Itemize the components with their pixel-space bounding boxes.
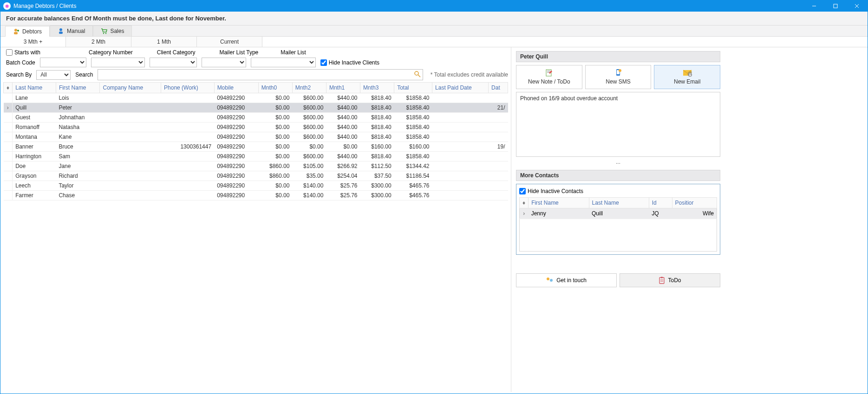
cell-company: [100, 171, 161, 181]
mailer-list-type-select[interactable]: [202, 58, 246, 67]
table-row[interactable]: FarmerChase094892290$0.00$140.00$25.76$3…: [4, 191, 508, 200]
col-first-name[interactable]: First Name: [56, 83, 100, 93]
search-by-select[interactable]: All: [36, 70, 71, 80]
col-position[interactable]: Positior: [672, 198, 717, 208]
cell-phone: [161, 152, 215, 161]
col-last-name[interactable]: Last Name: [13, 83, 56, 93]
table-row[interactable]: GraysonRichard094892290$860.00$35.00$254…: [4, 171, 508, 181]
cell-last: Farmer: [13, 191, 56, 200]
hide-inactive-clients-label: Hide Inactive Clients: [329, 59, 379, 66]
cell-mobile: 094892290: [214, 171, 258, 181]
cell-m2: $140.00: [292, 191, 326, 200]
notes-textarea[interactable]: Phoned on 16/9 about overdue account: [516, 92, 720, 157]
table-row[interactable]: DoeJane094892290$860.00$105.00$266.92$11…: [4, 161, 508, 171]
col-phone-work[interactable]: Phone (Work): [161, 83, 215, 93]
cell-m2: $0.00: [292, 142, 326, 152]
col-mnth0[interactable]: Mnth0: [258, 83, 292, 93]
svg-point-19: [619, 69, 621, 72]
table-row[interactable]: BannerBruce1300361447094892290$0.00$0.00…: [4, 142, 508, 152]
category-number-select[interactable]: [91, 58, 145, 67]
cell-dat: [489, 171, 508, 181]
col-total[interactable]: Total: [394, 83, 432, 93]
subtab-current[interactable]: Current: [197, 37, 262, 47]
batch-code-select[interactable]: [40, 58, 86, 67]
search-input[interactable]: [98, 69, 423, 80]
close-button[interactable]: [846, 0, 868, 12]
table-row[interactable]: LeechTaylor094892290$0.00$140.00$25.76$3…: [4, 181, 508, 191]
client-category-select[interactable]: [150, 58, 197, 67]
col-dat[interactable]: Dat: [489, 83, 508, 93]
subtab-2mth[interactable]: 2 Mth: [66, 37, 131, 47]
new-note-button[interactable]: New Note / ToDo: [516, 65, 582, 89]
hide-inactive-clients-checkbox[interactable]: Hide Inactive Clients: [320, 59, 379, 66]
cell-last: Quill: [589, 208, 649, 219]
expand-ellipsis[interactable]: ...: [516, 159, 720, 165]
row-indicator: [4, 132, 13, 142]
col-mobile[interactable]: Mobile: [214, 83, 258, 93]
col-first-name[interactable]: First Name: [529, 198, 589, 208]
col-company[interactable]: Company Name: [100, 83, 161, 93]
table-row[interactable]: HarringtonSam094892290$0.00$600.00$440.0…: [4, 152, 508, 161]
table-row[interactable]: MontanaKane094892290$0.00$600.00$440.00$…: [4, 132, 508, 142]
col-mnth1[interactable]: Mnth1: [326, 83, 360, 93]
maximize-button[interactable]: [825, 0, 846, 12]
cell-lpd: [432, 171, 489, 181]
table-row[interactable]: RomanoffNatasha094892290$0.00$600.00$440…: [4, 123, 508, 132]
contacts-grid: ♦ First Name Last Name Id Positior › Jen…: [519, 197, 717, 219]
col-mnth2[interactable]: Mnth2: [292, 83, 326, 93]
cell-m0: $0.00: [258, 93, 292, 103]
table-row[interactable]: GuestJohnathan094892290$0.00$600.00$440.…: [4, 113, 508, 123]
cell-last: Doe: [13, 161, 56, 171]
col-id[interactable]: Id: [649, 198, 672, 208]
cell-last: Quill: [13, 103, 56, 113]
table-row[interactable]: ›QuillPeter094892290$0.00$600.00$440.00$…: [4, 103, 508, 113]
row-indicator: [4, 171, 13, 181]
cell-mobile: 094892290: [214, 181, 258, 191]
col-last-name[interactable]: Last Name: [589, 198, 649, 208]
cell-company: [100, 123, 161, 132]
row-indicator: [4, 152, 13, 161]
starts-with-checkbox[interactable]: Starts with: [6, 49, 40, 56]
svg-point-4: [14, 29, 17, 32]
new-email-button[interactable]: @ New Email: [654, 65, 720, 89]
cell-first: Richard: [56, 171, 100, 181]
mailer-list-select[interactable]: [251, 58, 316, 67]
row-indicator: [4, 113, 13, 123]
row-selector-header[interactable]: ♦: [520, 198, 529, 208]
tab-sales[interactable]: Sales: [93, 26, 132, 36]
btn-label: ToDo: [668, 277, 681, 284]
contacts-panel: Hide Inactive Contacts ♦ First Name Last…: [516, 184, 720, 255]
more-contacts-header: More Contacts: [516, 170, 720, 181]
todo-button[interactable]: ToDo: [620, 273, 720, 287]
cell-last: Lane: [13, 93, 56, 103]
col-mnth3[interactable]: Mnth3: [360, 83, 394, 93]
debtors-grid: ♦ Last Name First Name Company Name Phon…: [3, 82, 508, 200]
starts-with-label: Starts with: [14, 49, 40, 56]
row-indicator: [4, 181, 13, 191]
new-sms-button[interactable]: New SMS: [585, 65, 652, 89]
minimize-button[interactable]: [803, 0, 825, 12]
cell-m3: $818.40: [360, 113, 394, 123]
tab-manual[interactable]: Manual: [50, 26, 93, 36]
cell-m0: $0.00: [258, 152, 292, 161]
hide-inactive-contacts-checkbox[interactable]: Hide Inactive Contacts: [519, 188, 717, 194]
cell-m2: $600.00: [292, 123, 326, 132]
cell-phone: [161, 113, 215, 123]
table-row[interactable]: LaneLois094892290$0.00$600.00$440.00$818…: [4, 93, 508, 103]
subtab-1mth[interactable]: 1 Mth: [131, 37, 197, 47]
row-selector-header[interactable]: ♦: [4, 83, 13, 93]
search-icon[interactable]: [414, 71, 421, 78]
subtab-3mth[interactable]: 3 Mth +: [0, 37, 66, 47]
person-gear-icon: [58, 28, 64, 34]
table-row[interactable]: › Jenny Quill JQ Wife: [520, 208, 717, 219]
cell-m1: $0.00: [326, 142, 360, 152]
cell-company: [100, 103, 161, 113]
cell-total: $1858.40: [394, 93, 432, 103]
col-last-paid[interactable]: Last Paid Date: [432, 83, 489, 93]
tab-debtors[interactable]: Debtors: [5, 26, 50, 37]
cell-company: [100, 142, 161, 152]
cell-first: Kane: [56, 132, 100, 142]
cell-pos: Wife: [672, 208, 717, 219]
get-in-touch-button[interactable]: Get in touch: [516, 273, 617, 287]
cell-total: $1858.40: [394, 152, 432, 161]
